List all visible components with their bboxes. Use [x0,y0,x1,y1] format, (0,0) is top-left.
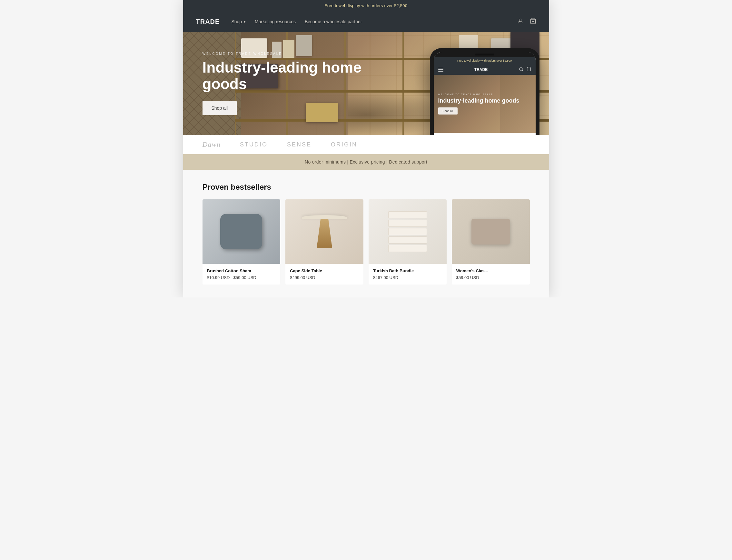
main-content: Proven bestsellers Brushed Cotton Sham $… [183,170,549,297]
product-name-4: Women's Clas... [456,268,525,273]
phone-screen: Free towel display with orders over $2,5… [434,52,536,135]
phone-hero-content: WELCOME TO TRADE WHOLESALE Industry-lead… [434,89,524,119]
brand-origin: ORIGIN [331,141,357,148]
clothing-fold [471,219,510,245]
nav-links: Shop Marketing resources Become a wholes… [231,19,362,24]
table-top [302,215,347,219]
brand-studio: STUDIO [240,141,268,148]
towel-1 [388,211,427,218]
phone-hamburger-icon[interactable] [438,68,443,72]
phone-hero-subtitle: WELCOME TO TRADE WHOLESALE [438,93,519,95]
product-card-1[interactable]: Brushed Cotton Sham $10.99 USD - $59.00 … [203,199,281,285]
towel-4 [388,236,427,244]
phone-nav: TRADE [434,64,536,75]
phone-nav-icons [519,67,531,72]
phone-notch [434,52,536,57]
nav-left: TRADE Shop Marketing resources Become a … [196,18,362,25]
phone-notch-bar [475,54,494,55]
product-img-towels [368,199,446,264]
value-bar: No order minimums | Exclusive pricing | … [183,154,549,170]
product-card-4[interactable]: Women's Clas... $59.00 USD [452,199,530,285]
nav-link-shop[interactable]: Shop [231,19,246,24]
svg-point-0 [519,19,521,21]
phone-cart-icon[interactable] [526,67,531,72]
page-wrapper: Free towel display with orders over $2,5… [183,0,549,297]
towel-3 [388,228,427,235]
phone-nav-logo[interactable]: TRADE [474,67,487,72]
svg-line-3 [522,70,523,71]
cart-icon[interactable] [530,18,536,26]
product-info-4: Women's Clas... $59.00 USD [452,264,530,285]
pillow-shape [220,214,262,249]
product-name-3: Turkish Bath Bundle [373,268,442,273]
towel-2 [388,220,427,227]
product-img-clothing [452,199,530,264]
nav-right [517,18,536,26]
hero-section: WELCOME TO TRADE WHOLESALE Industry-lead… [183,32,549,135]
phone-hero-cta[interactable]: Shop all [438,107,458,115]
announcement-bar: Free towel display with orders over $2,5… [183,0,549,11]
brand-dawn: Dawn [203,140,221,149]
towel-stack [388,211,427,252]
product-img-table [286,199,364,264]
phone-hero: WELCOME TO TRADE WHOLESALE Industry-lead… [434,75,536,133]
nav-link-wholesale[interactable]: Become a wholesale partner [305,19,362,24]
nav-logo[interactable]: TRADE [196,18,220,25]
svg-point-2 [519,67,522,70]
hero-subtitle: WELCOME TO TRADE WHOLESALE [203,52,383,55]
product-price-4: $59.00 USD [456,275,525,280]
announcement-text: Free towel display with orders over $2,5… [325,3,407,8]
table-leg [315,219,334,248]
main-nav: TRADE Shop Marketing resources Become a … [183,11,549,32]
product-price-3: $467.00 USD [373,275,442,280]
product-img-pillow [203,199,281,264]
table-shape [302,215,347,248]
brands-bar: Dawn STUDIO SENSE ORIGIN [183,135,549,154]
towel-5 [388,245,427,252]
product-info-1: Brushed Cotton Sham $10.99 USD - $59.00 … [203,264,281,285]
phone-hero-title: Industry-leading home goods [438,97,519,105]
hero-title: Industry-leading home goods [203,59,383,92]
hero-cta-button[interactable]: Shop all [203,101,237,115]
product-card-2[interactable]: Cape Side Table $499.00 USD [286,199,364,285]
value-text: No order minimums | Exclusive pricing | … [305,159,427,165]
phone-overlay: Free towel display with orders over $2,5… [430,48,539,135]
product-price-1: $10.99 USD - $59.00 USD [207,275,276,280]
account-icon[interactable] [517,18,523,26]
hero-content: WELCOME TO TRADE WHOLESALE Industry-lead… [183,52,402,115]
product-name-2: Cape Side Table [290,268,359,273]
product-info-3: Turkish Bath Bundle $467.00 USD [368,264,446,285]
phone-search-icon[interactable] [519,67,523,72]
phone-announcement: Free towel display with orders over $2,5… [434,57,536,64]
phone-brands: Dawn STUDIO ‹ 1 / 5 › [434,133,536,135]
bestsellers-title: Proven bestsellers [203,183,530,192]
nav-link-marketing[interactable]: Marketing resources [255,19,296,24]
product-name-1: Brushed Cotton Sham [207,268,276,273]
product-card-3[interactable]: Turkish Bath Bundle $467.00 USD [368,199,446,285]
product-price-2: $499.00 USD [290,275,359,280]
brand-sense: SENSE [287,141,312,148]
product-info-2: Cape Side Table $499.00 USD [286,264,364,285]
product-grid: Brushed Cotton Sham $10.99 USD - $59.00 … [203,199,530,285]
